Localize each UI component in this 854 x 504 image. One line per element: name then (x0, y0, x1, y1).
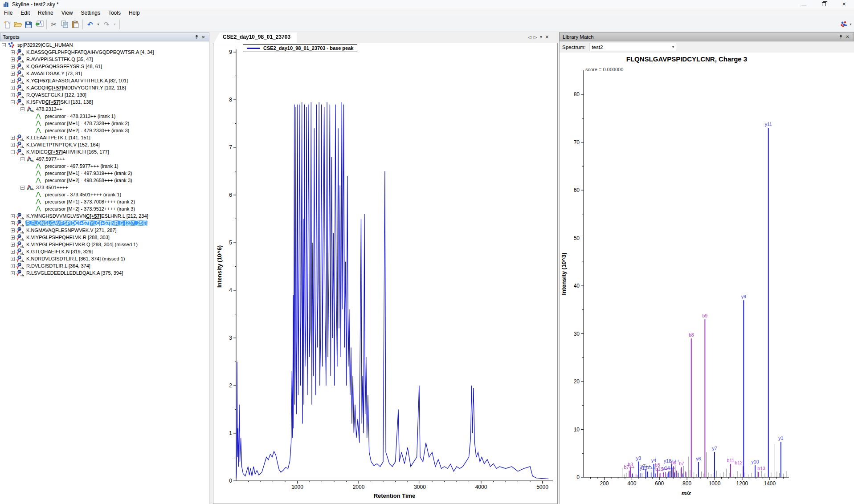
save-button[interactable] (23, 19, 34, 30)
tree-item-peptide[interactable]: +PYK.VIYPGLPSHPQHELVKR.Q [288, 304] (mis… (0, 241, 209, 248)
expand-icon[interactable]: + (11, 50, 15, 54)
tree-item-transition[interactable]: precursor - 373.4501++++ (irank 1) (0, 191, 209, 198)
menu-item-edit[interactable]: Edit (16, 9, 34, 17)
collapse-icon[interactable]: − (11, 100, 15, 104)
menu-item-settings[interactable]: Settings (77, 9, 104, 17)
spectral-library-dropdown-icon[interactable]: ▼ (849, 23, 852, 26)
targets-close-icon[interactable]: ✕ (200, 34, 207, 41)
menu-item-tools[interactable]: Tools (104, 9, 125, 17)
paste-button[interactable] (70, 19, 81, 30)
tree-item-transition[interactable]: precursor [M+2] - 373.9512++++ (irank 3) (0, 205, 209, 212)
expand-icon[interactable]: + (11, 228, 15, 232)
spectrum-heading: FLQNSLGAVPSPIDCYLCNR, Charge 3 (584, 55, 789, 63)
tab-list-dropdown-icon[interactable]: ▼ (539, 35, 543, 39)
collapse-icon[interactable]: − (20, 107, 25, 111)
tree-item-peptide[interactable]: −PYK.ISFVDC[+57]SK.I [131, 138] (0, 98, 209, 106)
open-button[interactable] (12, 19, 23, 30)
spectrum-select[interactable]: test2 ▼ (589, 43, 677, 51)
import-results-button[interactable] (34, 19, 45, 30)
tree-item-peptide[interactable]: +PYK.AVAALDGAK.Y [73, 81] (0, 70, 209, 77)
minimize-button[interactable]: — (794, 0, 814, 8)
svg-text:1200: 1200 (736, 480, 748, 487)
tree-item-transition[interactable]: precursor - 478.2313++ (irank 1) (0, 113, 209, 120)
menu-item-file[interactable]: File (0, 9, 16, 17)
tree-item-peptide[interactable]: +PYK.NDRDVLGISDTLIR.L [361, 374] (missed… (0, 255, 209, 262)
expand-icon[interactable]: + (11, 271, 15, 275)
tree-item-peptide[interactable]: +PYK.LLEAAITPETK.L [141, 151] (0, 134, 209, 141)
expand-icon[interactable]: + (11, 243, 15, 247)
maximize-button[interactable] (814, 0, 834, 8)
tab-chromatogram[interactable]: CSE2_day10_98_01_23703 (214, 33, 297, 43)
tree-item-peptide[interactable]: +PYK.YMNGHSDVVMGLVSVNC[+57]ESLHNR.L [212… (0, 212, 209, 219)
tree-item-transition[interactable]: precursor [M+1] - 478.7328++ (irank 2) (0, 120, 209, 127)
tree-item-transition[interactable]: precursor [M+2] - 498.2658+++ (irank 3) (0, 177, 209, 184)
targets-pin-icon[interactable] (193, 34, 200, 41)
redo-dropdown-icon[interactable]: ▼ (112, 19, 118, 30)
tree-item-precursor[interactable]: −497.5977+++ (0, 155, 209, 163)
tab-scroll-right-icon[interactable]: ▷ (534, 35, 537, 40)
transition-icon (35, 177, 44, 183)
tree-item-peptide[interactable]: +PYR.QVASEFGLK.I [122, 130] (0, 91, 209, 98)
svg-text:Y: Y (16, 80, 19, 84)
spectrum-select-value: test2 (592, 45, 603, 50)
tree-item-transition[interactable]: precursor - 497.5977+++ (irank 1) (0, 163, 209, 170)
tab-scroll-left-icon[interactable]: ◁ (528, 35, 531, 40)
chromatogram-plot[interactable]: 012345678910002000300040005000Retention … (213, 43, 557, 504)
close-button[interactable]: ✕ (834, 0, 854, 8)
new-document-button[interactable] (2, 19, 12, 30)
tree-item-precursor[interactable]: −478.2313++ (0, 106, 209, 113)
peptide-icon: PY (16, 70, 25, 77)
expand-icon[interactable]: + (11, 143, 15, 147)
cut-button[interactable]: ✂ (49, 19, 59, 30)
tree-item-peptide[interactable]: +PYR.FLQNSLGAVPSPIDC[+57]YLC[+57]NR.G [2… (0, 219, 209, 227)
undo-dropdown-icon[interactable]: ▼ (95, 19, 101, 30)
tree-item-peptide[interactable]: +PYK.DASSQGFLPHFQHFATQAIHVGQDPEQWTSR.A [… (0, 49, 209, 56)
tree-item-peptide[interactable]: +PYR.AVVPPISLSTTFK.Q [35, 47] (0, 56, 209, 63)
expand-icon[interactable]: + (11, 72, 15, 76)
expand-icon[interactable]: + (11, 79, 15, 83)
library-pin-icon[interactable] (838, 33, 844, 40)
collapse-icon[interactable]: − (11, 150, 15, 154)
svg-text:1400: 1400 (764, 480, 776, 487)
expand-icon[interactable]: + (11, 57, 15, 61)
expand-icon[interactable]: + (11, 65, 15, 69)
tree-item-peptide[interactable]: +PYR.LSVGLEDEEDLLEDLDQALK.A [375, 394] (0, 269, 209, 276)
expand-icon[interactable]: + (11, 250, 15, 254)
spectral-library-button[interactable] (838, 19, 849, 29)
tree-item-transition[interactable]: precursor [M+1] - 497.9319+++ (irank 2) (0, 170, 209, 177)
tree-item-peptide[interactable]: +PYK.GTLQHAEIFLK.N [319, 329] (0, 248, 209, 255)
tree-item-transition[interactable]: precursor [M+2] - 479.2330++ (irank 3) (0, 127, 209, 134)
tree-item-peptide[interactable]: −PYK.VIDIEGC[+57]AHIVHK.H [165, 177] (0, 148, 209, 155)
tree-item-peptide[interactable]: +PYK.YC[+57]LAFASGLAATVTITHLLK.A [82, 10… (0, 77, 209, 84)
menu-item-view[interactable]: View (57, 9, 77, 17)
collapse-icon[interactable]: − (20, 157, 25, 161)
tree-item-protein[interactable]: −sp|P32929|CGL_HUMAN (0, 41, 209, 49)
menu-item-help[interactable]: Help (125, 9, 144, 17)
expand-icon[interactable]: + (11, 264, 15, 268)
menu-item-refine[interactable]: Refine (34, 9, 57, 17)
redo-button[interactable]: ↷ (101, 19, 112, 30)
expand-icon[interactable]: + (11, 221, 15, 225)
library-close-icon[interactable]: ✕ (844, 33, 851, 40)
tree-item-peptide[interactable]: +PYK.NGMAVAQFLESNPWVEK.V [271, 287] (0, 227, 209, 234)
tree-item-peptide[interactable]: +PYK.VIYPGLPSHPQHELVK.R [288, 303] (0, 234, 209, 241)
undo-button[interactable]: ↶ (85, 19, 95, 30)
collapse-icon[interactable]: − (20, 186, 25, 190)
spectrum-plot[interactable]: 0102030405060708020040060080010001200140… (560, 53, 854, 504)
tree-item-peptide[interactable]: +PYK.QGAPGQHSGFEYSR.S [48, 61] (0, 63, 209, 70)
tree-item-peptide[interactable]: +PYK.AGDQIIC[+57]MDDVYGGTNR.Y [102, 118] (0, 84, 209, 91)
copy-button[interactable] (59, 19, 70, 30)
tree-item-peptide[interactable]: +PYR.DVLGISDTLIR.L [364, 374] (0, 262, 209, 269)
svg-text:Y: Y (16, 94, 19, 98)
tab-close-icon[interactable]: ✕ (545, 34, 549, 40)
expand-icon[interactable]: + (11, 136, 15, 140)
expand-icon[interactable]: + (11, 93, 15, 97)
collapse-icon[interactable]: − (2, 43, 6, 47)
expand-icon[interactable]: + (11, 214, 15, 218)
tree-item-precursor[interactable]: −373.4501++++ (0, 184, 209, 191)
expand-icon[interactable]: + (11, 236, 15, 240)
tree-item-transition[interactable]: precursor [M+1] - 373.7008++++ (irank 2) (0, 198, 209, 205)
expand-icon[interactable]: + (11, 257, 15, 261)
tree-item-peptide[interactable]: +PYK.LVWIETPTNPTQK.V [152, 164] (0, 141, 209, 148)
expand-icon[interactable]: + (11, 86, 15, 90)
